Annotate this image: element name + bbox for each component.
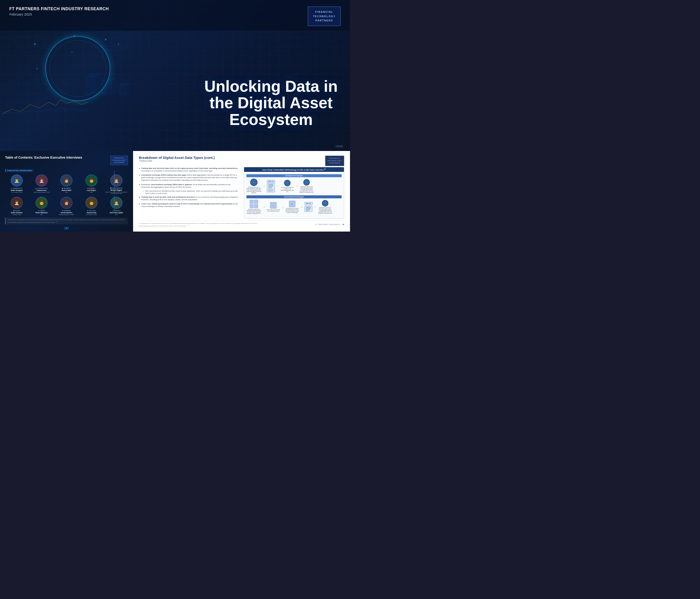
ftp-logo-text: FINANCIAL TECHNOLOGY PARTNERS [313, 10, 335, 23]
person-title-simone: CEO [65, 192, 68, 193]
toc-side-label: Market Participant Perspectives [114, 171, 115, 211]
bullet-text-4: Trading data is used by both retail and … [141, 196, 239, 201]
person-title-shawn: Co-Founder & CEO [11, 192, 22, 193]
svg-marker-11 [86, 77, 95, 95]
breakdown-footnote: 1 "Standards are an important key to suc… [139, 222, 262, 227]
person-name-simon: Simon McLoughlin [109, 212, 123, 214]
breakdown-header: Breakdown of Digital Asset Data Types (c… [139, 156, 344, 166]
case-study-body: Centralized Exchanges ⬡ Amberdata connec… [244, 172, 344, 218]
person-title-aurelie: Principal Research Analyst [59, 214, 74, 216]
person-card-simon: 👨‍💼 △ uphold Simon McLoughlin CEO [105, 197, 128, 215]
breakdown-case-study: Case Study: Amberdata's Methodology of C… [244, 167, 344, 219]
svg-marker-13 [95, 73, 100, 95]
headline-text: Unlocking Data in the Digital Asset Ecos… [201, 78, 341, 128]
dex-title: Decentralized Exchanges [246, 195, 342, 198]
bottom-panels: Table of Contents: Exclusive Executive I… [0, 151, 350, 231]
svg-point-6 [74, 35, 75, 37]
avatar-pratima: 👩‍💼 [35, 174, 48, 186]
person-title-pratima: Chief Product Officer & CTO [33, 192, 49, 193]
breakdown-subtitle: Trading Data [139, 159, 215, 162]
avatar-aurelie: 👩 [60, 197, 72, 209]
person-card-simone: 👩 ◆ ELLIPTIC Simone Maini CEO [55, 174, 78, 194]
company-deribit: ⊕ Deribit [87, 188, 96, 189]
case-study-header: Case Study: Amberdata's Methodology of C… [244, 167, 344, 172]
person-name-luuk: Luuk Strijers [87, 190, 96, 191]
breakdown-panel: Breakdown of Digital Asset Data Types (c… [133, 151, 350, 231]
svg-point-10 [118, 44, 119, 45]
svg-point-9 [36, 68, 38, 69]
avatar-ambre: 👩‍💼 [11, 197, 23, 209]
ftp-logo: FINANCIAL TECHNOLOGY PARTNERS [308, 6, 341, 26]
hero-headline: Unlocking Data in the Digital Asset Ecos… [201, 78, 341, 128]
toc-page-num: 4 [64, 227, 69, 230]
person-name-michael: Michael Higgins [110, 189, 122, 191]
svg-point-8 [71, 52, 73, 53]
breakdown-title: Breakdown of Digital Asset Data Types (c… [139, 156, 215, 159]
bullet-text-5: Additionally, market participants need t… [141, 202, 239, 208]
breakdown-header-left: Breakdown of Digital Asset Data Types (c… [139, 156, 215, 165]
person-card-joshua: 👨 ⊕ The Tre Joshua Frank Co-Founder & CE… [80, 197, 103, 215]
svg-line-4 [35, 52, 37, 59]
hero-section: FT PARTNERS FINTECH INDUSTRY RESEARCH Fe… [0, 0, 350, 151]
company-amberdata: ⬡ amberdata [11, 188, 23, 189]
person-title-ambre: Founder & CEO [12, 214, 21, 216]
avatar-simon: 👨‍💼 [110, 197, 122, 209]
company-nansen: ◈ nansen [62, 210, 71, 211]
person-card-michael: 👨‍💼 🛤 HiddenRoad Michael Higgins Global … [105, 174, 128, 194]
toc-header: Table of Contents: Exclusive Executive I… [5, 156, 128, 165]
bullet-4: • Trading data is used by both retail an… [139, 196, 239, 201]
person-name-ambre: Ambre Soubiran [11, 212, 23, 214]
research-title: FT PARTNERS FINTECH INDUSTRY RESEARCH [9, 6, 109, 11]
bullet-text-3: Meanwhile, decentralized exchange (DEX) … [141, 183, 239, 189]
company-lukka: ✦ Lukka [38, 210, 45, 211]
person-card-luuk: 👨 ⊕ Deribit Luuk Strijers CEO [80, 174, 103, 194]
toc-logo: FINANCIAL TECHNOLOGY PARTNERS [110, 156, 128, 165]
svg-marker-14 [102, 81, 111, 95]
svg-line-0 [42, 38, 69, 44]
person-title-michael: Global Head of Business Development & In… [105, 191, 128, 194]
bullet-dot-2: • [139, 174, 140, 182]
svg-line-3 [38, 48, 70, 51]
bullet-dot-3: • [139, 183, 140, 189]
people-grid-row1: 👨‍💼 ⬡ amberdata Shawn Douglass Co-Founde… [5, 174, 128, 194]
avatar-joshua: 👨 [85, 197, 98, 209]
person-name-shawn: Shawn Douglass [11, 190, 23, 191]
title-block: FT PARTNERS FINTECH INDUSTRY RESEARCH Fe… [9, 6, 109, 16]
breakdown-logo-text: FINANCIALTECHNOLOGYPARTNERS [327, 157, 342, 165]
avatar-simone: 👩 [60, 174, 72, 186]
avatar-shawn: 👨‍💼 [11, 174, 23, 186]
toc-quote: "Standards are an important key to succe… [5, 218, 128, 224]
company-elliptic: ◆ ELLIPTIC [62, 188, 71, 189]
toc-section-label: Executive Interviews [5, 169, 34, 172]
bullet-dot-5: • [139, 203, 140, 208]
bullet-text-1: Trading data and tick-level data refers … [141, 167, 239, 172]
breakdown-logo: FINANCIALTECHNOLOGYPARTNERS [325, 156, 344, 166]
toc-panel: Table of Contents: Exclusive Executive I… [0, 151, 133, 231]
research-date: February 2025 [9, 12, 109, 16]
avatar-robert: 👨 [35, 197, 48, 209]
dex-section: Decentralized Exchanges Ambe [246, 195, 342, 214]
sub-bullet-dash-1: — [142, 190, 144, 195]
case-study-box: Case Study: Amberdata's Methodology of C… [244, 167, 344, 219]
bullet-text-2: Centralized exchange (CEX) trading may h… [141, 174, 239, 182]
person-name-aurelie: Aurelie Barthere [60, 212, 72, 214]
company-kaiko: ◉ Kaiko [13, 210, 20, 211]
person-title-simon: CEO [115, 214, 118, 216]
footer-text: FT PARTNERS RESEARCH [315, 224, 340, 225]
company-chainalysis: ◈ Chainalysis [35, 188, 48, 189]
person-card-ambre: 👩‍💼 ◉ Kaiko Ambre Soubiran Founder & CEO [5, 197, 28, 215]
bullet-2: • Centralized exchange (CEX) trading may… [139, 174, 239, 182]
person-card-pratima: 👩‍💼 ◈ Chainalysis Pratima Arora Chief Pr… [30, 174, 53, 194]
svg-point-7 [105, 39, 107, 41]
person-name-pratima: Pratima Arora [37, 190, 47, 191]
company-hiddenroad: 🛤 HiddenRoad [110, 188, 123, 189]
person-name-joshua: Joshua Frank [86, 212, 96, 214]
svg-line-1 [81, 36, 92, 38]
bullet-3: • Meanwhile, decentralized exchange (DEX… [139, 183, 239, 189]
bullet-5: • Additionally, market participants need… [139, 202, 239, 208]
avatar-luuk: 👨 [85, 174, 98, 186]
breakdown-footer: 1 "Standards are an important key to suc… [139, 220, 344, 227]
sub-bullet-text-1: DEX instruments are identified by their … [145, 190, 239, 195]
person-card-aurelie: 👩 ◈ nansen Aurelie Barthere Principal Re… [55, 197, 78, 215]
hero-header: FT PARTNERS FINTECH INDUSTRY RESEARCH Fe… [0, 0, 350, 31]
